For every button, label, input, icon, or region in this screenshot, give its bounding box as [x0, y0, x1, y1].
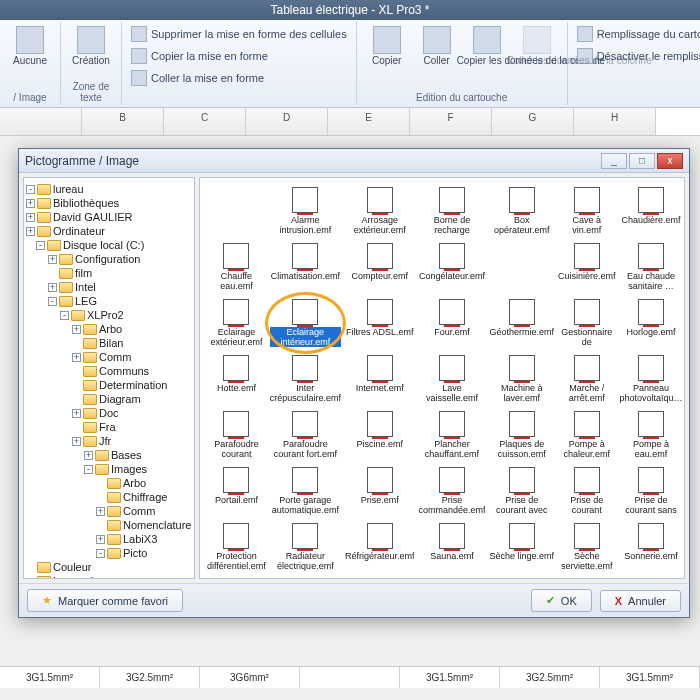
x-icon[interactable]: Aucune — [6, 24, 54, 68]
expand-icon[interactable]: + — [26, 227, 35, 236]
tree-node[interactable]: +Comm — [26, 504, 192, 518]
column-header[interactable]: H — [574, 108, 656, 135]
pictogram-item[interactable]: Prise de courant avec terre.emf — [488, 464, 555, 518]
pictogram-item[interactable]: Congélateur.emf — [417, 240, 486, 294]
pictogram-item[interactable]: Horloge.emf — [619, 296, 684, 350]
tree-node[interactable]: +Doc — [26, 406, 192, 420]
expand-icon[interactable]: + — [26, 213, 35, 222]
column-header[interactable]: G — [492, 108, 574, 135]
tree-node[interactable]: +Arbo — [26, 322, 192, 336]
pictogram-item[interactable]: Réfrigérateur.emf — [344, 520, 416, 574]
pictogram-item[interactable]: Portail.emf — [206, 464, 267, 518]
minimize-button[interactable]: _ — [601, 153, 627, 169]
pictogram-item[interactable] — [206, 184, 267, 238]
pictogram-item[interactable]: Box opérateur.emf — [488, 184, 555, 238]
tree-node[interactable]: Diagram — [26, 392, 192, 406]
expand-icon[interactable]: - — [36, 241, 45, 250]
pictogram-item[interactable]: Sèche linge.emf — [488, 520, 555, 574]
close-button[interactable]: x — [657, 153, 683, 169]
folder-tree[interactable]: -lureau+Bibliothèques+David GAULIER+Ordi… — [23, 177, 195, 579]
erase-icon[interactable]: Supprimer la mise en forme des cellules — [128, 24, 350, 44]
pictogram-item[interactable]: Marche / arrêt.emf — [557, 352, 617, 406]
tree-node[interactable]: Chiffrage — [26, 490, 192, 504]
icon-pane[interactable]: Alarme intrusion.emfArrosage extérieur.e… — [199, 177, 685, 579]
pictogram-item[interactable]: Prise de courant extérieur.emf — [557, 464, 617, 518]
pictogram-item[interactable]: Prise commandée.emf — [417, 464, 486, 518]
pictogram-item[interactable]: Eclairage extérieur.emf — [206, 296, 267, 350]
pictogram-item[interactable]: Géothermie.emf — [488, 296, 555, 350]
favorite-button[interactable]: ★ Marquer comme favori — [27, 589, 183, 612]
pictogram-item[interactable]: Panneau photovoltaïqu… — [619, 352, 684, 406]
copy-format-icon[interactable]: Copier la mise en forme — [128, 46, 350, 66]
tree-node[interactable]: -XLPro2 — [26, 308, 192, 322]
tree-node[interactable]: -LEG — [26, 294, 192, 308]
pictogram-item[interactable]: Gestionnaire de chauffage.emf — [557, 296, 617, 350]
tree-node[interactable]: Fra — [26, 420, 192, 434]
paste-icon[interactable]: Coller — [413, 24, 461, 68]
sheet-cell[interactable] — [300, 667, 400, 688]
expand-icon[interactable]: + — [72, 325, 81, 334]
expand-icon[interactable]: - — [26, 185, 35, 194]
pictogram-item[interactable]: Cave à vin.emf — [557, 184, 617, 238]
expand-icon[interactable]: - — [48, 297, 57, 306]
pictogram-item[interactable]: Chaudière.emf — [619, 184, 684, 238]
tree-node[interactable]: +LabiX3 — [26, 532, 192, 546]
tree-node[interactable]: +Bases — [26, 448, 192, 462]
pictogram-item[interactable]: Sèche serviette.emf — [557, 520, 617, 574]
expand-icon[interactable]: + — [48, 283, 57, 292]
tree-node[interactable]: film — [26, 266, 192, 280]
sheet-cell[interactable]: 3G6mm² — [200, 667, 300, 688]
column-header[interactable] — [0, 108, 82, 135]
tree-node[interactable]: Communs — [26, 364, 192, 378]
expand-icon[interactable]: + — [96, 535, 105, 544]
pictogram-item[interactable]: Arrosage extérieur.emf — [344, 184, 416, 238]
pictogram-item[interactable]: Cuisinière.emf — [557, 240, 617, 294]
pictogram-item[interactable]: Hotte.emf — [206, 352, 267, 406]
pictogram-item[interactable]: Four.emf — [417, 296, 486, 350]
pictogram-item[interactable]: Eau chaude sanitaire … — [619, 240, 684, 294]
pictogram-item[interactable]: Chauffe eau.emf — [206, 240, 267, 294]
ok-button[interactable]: ✔ OK — [531, 589, 592, 612]
sheet-cell[interactable]: 3G1.5mm² — [600, 667, 700, 688]
pictogram-item[interactable]: Climatisation.emf — [269, 240, 342, 294]
tree-node[interactable]: +Comm — [26, 350, 192, 364]
fill-icon[interactable]: Remplissage du cartouche — [574, 24, 700, 44]
pictogram-item[interactable]: Sonnerie.emf — [619, 520, 684, 574]
column-header[interactable]: D — [246, 108, 328, 135]
expand-icon[interactable]: + — [84, 451, 93, 460]
pictogram-item[interactable]: Machine à laver.emf — [488, 352, 555, 406]
expand-icon[interactable]: + — [48, 255, 57, 264]
pictogram-item[interactable]: Porte garage automatique.emf — [269, 464, 342, 518]
expand-icon[interactable]: + — [26, 199, 35, 208]
pictogram-item[interactable]: Sauna.emf — [417, 520, 486, 574]
tree-node[interactable]: Couleur — [26, 560, 192, 574]
tree-node[interactable]: +David GAULIER — [26, 210, 192, 224]
tree-node[interactable]: +Bibliothèques — [26, 196, 192, 210]
column-header[interactable]: B — [82, 108, 164, 135]
pictogram-item[interactable]: Compteur.emf — [344, 240, 416, 294]
copy-col-icon[interactable]: Copier les données de la colonne — [463, 24, 511, 68]
tree-node[interactable]: Nomenclature — [26, 518, 192, 532]
tree-node[interactable]: -Images — [26, 462, 192, 476]
sheet-cell[interactable]: 3G1.5mm² — [0, 667, 100, 688]
column-header[interactable]: C — [164, 108, 246, 135]
pictogram-item[interactable]: Parafoudre courant fort.emf — [269, 408, 342, 462]
pictogram-item[interactable]: Pompe à eau.emf — [619, 408, 684, 462]
pictogram-item[interactable]: Piscine.emf — [344, 408, 416, 462]
expand-icon[interactable]: + — [96, 507, 105, 516]
expand-icon[interactable]: + — [72, 409, 81, 418]
tree-node[interactable]: Arbo — [26, 476, 192, 490]
expand-icon[interactable]: + — [72, 437, 81, 446]
pictogram-item[interactable]: Prise de courant sans terre.emf — [619, 464, 684, 518]
font-icon[interactable]: Création — [67, 24, 115, 68]
paste-format-icon[interactable]: Coller la mise en forme — [128, 68, 350, 88]
tree-node[interactable]: Bilan — [26, 336, 192, 350]
copy-icon[interactable]: Copier — [363, 24, 411, 68]
pictogram-item[interactable]: Eclairage intérieur.emf — [269, 296, 342, 350]
tree-node[interactable]: +Ordinateur — [26, 224, 192, 238]
expand-icon[interactable]: + — [72, 353, 81, 362]
tree-node[interactable]: +Intel — [26, 280, 192, 294]
pictogram-item[interactable]: Internet.emf — [344, 352, 416, 406]
pictogram-item[interactable]: Inter crépusculaire.emf — [269, 352, 342, 406]
pictogram-item[interactable]: Lave vaisselle.emf — [417, 352, 486, 406]
